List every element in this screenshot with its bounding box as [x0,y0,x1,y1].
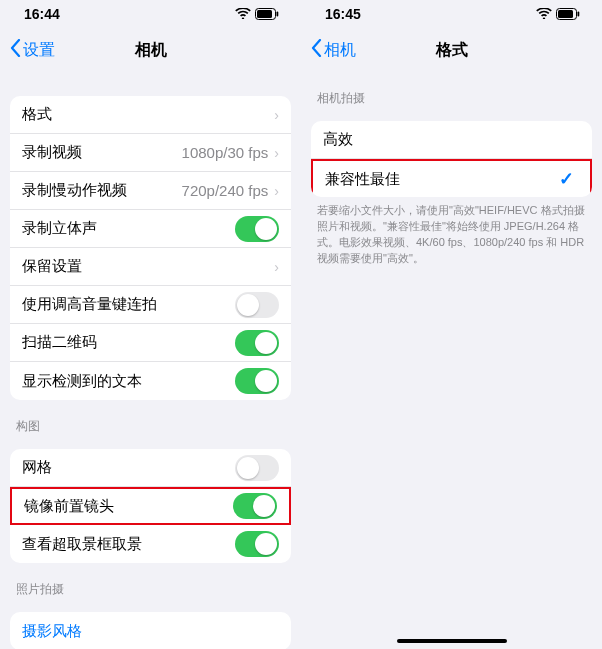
svg-rect-5 [578,12,580,17]
wifi-icon [235,7,251,22]
content: 相机拍摄 高效 兼容性最佳 ✓ 若要缩小文件大小，请使用"高效"HEIF/HEV… [301,72,602,267]
row-grid: 网格 [10,449,291,487]
row-label: 高效 [323,130,580,149]
chevron-left-icon [10,39,21,61]
row-label: 兼容性最佳 [325,170,559,189]
footer-text: 若要缩小文件大小，请使用"高效"HEIF/HEVC 格式拍摄照片和视频。"兼容性… [301,197,602,267]
battery-icon [556,8,580,20]
back-label: 相机 [324,40,356,61]
chevron-right-icon: › [274,107,279,123]
row-mirror-front: 镜像前置镜头 [10,487,291,525]
row-value: 720p/240 fps [182,182,269,199]
toggle-outside-frame[interactable] [235,531,279,557]
row-label: 保留设置 [22,257,274,276]
row-label: 录制立体声 [22,219,235,238]
row-detected-text: 显示检测到的文本 [10,362,291,400]
nav-bar: 设置 相机 [0,28,301,72]
wifi-icon [536,7,552,22]
content: 格式 › 录制视频 1080p/30 fps › 录制慢动作视频 720p/24… [0,96,301,649]
row-photo-styles[interactable]: 摄影风格 [10,612,291,649]
row-label: 镜像前置镜头 [24,497,233,516]
row-label: 使用调高音量键连拍 [22,295,235,314]
nav-bar: 相机 格式 [301,28,602,72]
row-label: 显示检测到的文本 [22,372,235,391]
battery-icon [255,8,279,20]
status-bar: 16:44 [0,0,301,28]
row-label: 摄影风格 [22,622,279,641]
chevron-right-icon: › [274,183,279,199]
row-preserve[interactable]: 保留设置 › [10,248,291,286]
status-time: 16:44 [24,6,60,22]
status-bar: 16:45 [301,0,602,28]
settings-group-composition: 网格 镜像前置镜头 查看超取景框取景 [10,449,291,563]
home-indicator[interactable] [397,639,507,643]
row-stereo: 录制立体声 [10,210,291,248]
row-record-slomo[interactable]: 录制慢动作视频 720p/240 fps › [10,172,291,210]
svg-rect-2 [277,12,279,17]
row-label: 录制视频 [22,143,182,162]
row-label: 网格 [22,458,235,477]
section-photo: 照片拍摄 [0,563,301,604]
svg-rect-4 [558,10,573,18]
status-right [235,7,279,22]
row-label: 查看超取景框取景 [22,535,235,554]
section-capture: 相机拍摄 [301,72,602,113]
toggle-detected-text[interactable] [235,368,279,394]
back-button[interactable]: 设置 [10,39,55,61]
toggle-mirror-front[interactable] [233,493,277,519]
settings-group-main: 格式 › 录制视频 1080p/30 fps › 录制慢动作视频 720p/24… [10,96,291,400]
chevron-left-icon [311,39,322,61]
option-high-efficiency[interactable]: 高效 [311,121,592,159]
toggle-volume-burst[interactable] [235,292,279,318]
section-composition: 构图 [0,400,301,441]
row-volume-burst: 使用调高音量键连拍 [10,286,291,324]
row-label: 格式 [22,105,274,124]
format-settings-screen: 16:45 相机 格式 相机拍摄 高效 兼容性最佳 ✓ [301,0,602,649]
checkmark-icon: ✓ [559,168,574,190]
row-outside-frame: 查看超取景框取景 [10,525,291,563]
toggle-stereo[interactable] [235,216,279,242]
status-time: 16:45 [325,6,361,22]
camera-settings-screen: 16:44 设置 相机 格式 › 录制视频 1080p/30 [0,0,301,649]
row-label: 扫描二维码 [22,333,235,352]
status-right [536,7,580,22]
chevron-right-icon: › [274,259,279,275]
row-format[interactable]: 格式 › [10,96,291,134]
toggle-scan-qr[interactable] [235,330,279,356]
row-record-video[interactable]: 录制视频 1080p/30 fps › [10,134,291,172]
format-options-group: 高效 兼容性最佳 ✓ [311,121,592,197]
option-most-compatible[interactable]: 兼容性最佳 ✓ [311,159,592,197]
row-scan-qr: 扫描二维码 [10,324,291,362]
back-button[interactable]: 相机 [311,39,356,61]
settings-group-photo: 摄影风格 [10,612,291,649]
chevron-right-icon: › [274,145,279,161]
back-label: 设置 [23,40,55,61]
row-value: 1080p/30 fps [182,144,269,161]
toggle-grid[interactable] [235,455,279,481]
row-label: 录制慢动作视频 [22,181,182,200]
svg-rect-1 [257,10,272,18]
